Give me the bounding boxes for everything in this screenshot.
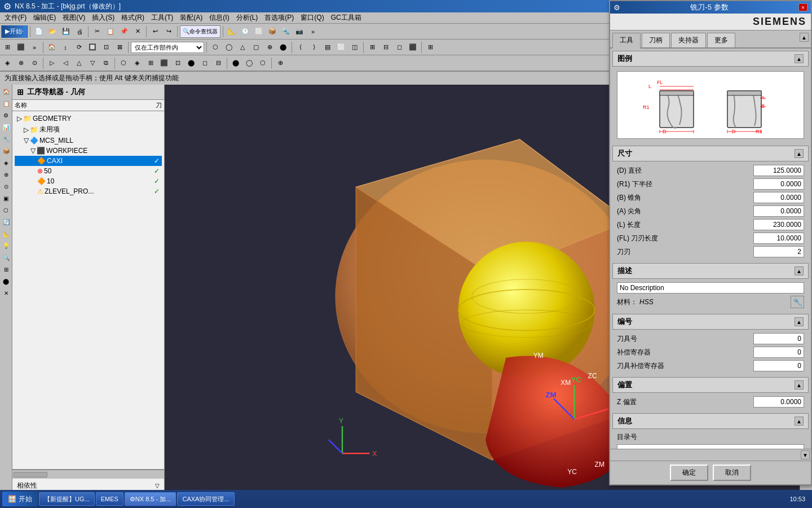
collapse-num-icon[interactable]: ▲ (795, 317, 804, 326)
collapse-desc-icon[interactable]: ▲ (795, 266, 804, 275)
dim-input-l[interactable] (753, 219, 804, 230)
collapse-diagram-icon[interactable]: ▲ (795, 54, 804, 63)
tb-open[interactable]: 📂 (46, 25, 59, 38)
tb2-6[interactable]: ⟳ (73, 41, 85, 54)
tb3-12[interactable]: ⬛ (158, 57, 170, 69)
tb3-2[interactable]: ⊗ (15, 57, 27, 69)
menu-info[interactable]: 信息(I) (207, 12, 231, 23)
tb2-17[interactable]: ⟩ (308, 41, 320, 54)
section-description-header[interactable]: 描述 ▲ (612, 263, 809, 279)
sidebar-icon-2[interactable]: 📋 (1, 98, 12, 109)
tb2-12[interactable]: △ (236, 41, 249, 54)
tb3-13[interactable]: ⊡ (171, 57, 184, 69)
scroll-thumb[interactable] (14, 472, 47, 478)
tb-save[interactable]: 💾 (60, 25, 72, 38)
tb2-4[interactable]: 🏠 (46, 41, 58, 54)
section-dimensions-header[interactable]: 尺寸 ▲ (612, 146, 809, 161)
tree-item-10[interactable]: 🔶 10 ✓ (15, 176, 162, 186)
tb3-16[interactable]: ⊟ (212, 57, 224, 69)
filter-dropdown[interactable]: 仅在工作部件内 (131, 42, 204, 53)
collapse-dims-icon[interactable]: ▲ (795, 149, 804, 158)
taskbar-item-1[interactable]: EMES (96, 492, 123, 506)
start-taskbar-button[interactable]: 🪟 开始 (2, 492, 38, 506)
taskbar-item-3[interactable]: CAXA协同管理... (177, 492, 234, 506)
collapse-offset-icon[interactable]: ▲ (795, 380, 804, 389)
menu-tools[interactable]: 工具(T) (149, 12, 175, 23)
tb2-5[interactable]: ↕ (59, 41, 72, 54)
menu-edit[interactable]: 编辑(E) (31, 12, 58, 23)
catalog-input[interactable] (617, 444, 804, 449)
taskbar-item-2[interactable]: ⚙ NX 8.5 - 加... (125, 492, 176, 506)
tb-history[interactable]: 🕐 (239, 25, 251, 38)
tb2-15[interactable]: ⬤ (277, 41, 289, 54)
tree-scrollbar[interactable] (12, 470, 164, 479)
section-offset-header[interactable]: 偏置 ▲ (612, 377, 809, 393)
sidebar-icon-3[interactable]: ⚙ (1, 110, 12, 121)
scroll-up-arrow[interactable]: ▲ (800, 33, 809, 42)
dim-input-d[interactable] (753, 165, 804, 176)
tb2-20[interactable]: ◫ (348, 41, 361, 54)
material-button[interactable]: 🔧 (791, 296, 804, 308)
menu-gc[interactable]: GC工具箱 (329, 12, 364, 23)
menu-file[interactable]: 文件(F) (2, 12, 29, 23)
tb3-18[interactable]: ◯ (243, 57, 255, 69)
section-number-header[interactable]: 编号 ▲ (612, 314, 809, 330)
tb3-9[interactable]: ⬡ (117, 57, 130, 69)
cancel-button[interactable]: 取消 (713, 465, 751, 481)
menu-assembly[interactable]: 装配(A) (178, 12, 205, 23)
tb3-11[interactable]: ⊞ (144, 57, 157, 69)
tb-copy[interactable]: 📋 (104, 25, 117, 38)
description-input[interactable] (617, 282, 804, 294)
sidebar-icon-18[interactable]: ✕ (1, 287, 12, 299)
menu-analysis[interactable]: 分析(L) (234, 12, 261, 23)
tree-item-zlevel[interactable]: ⚠ ZLEVEL_PRO... ✓ (15, 186, 162, 196)
tb-undo[interactable]: ↩ (149, 25, 161, 38)
collapse-info-icon[interactable]: ▲ (795, 417, 804, 426)
tb3-4[interactable]: ▷ (46, 57, 58, 69)
taskbar-item-0[interactable]: 【新提醒】UG... (39, 492, 95, 506)
num-input-tool[interactable] (753, 333, 804, 344)
tb3-20[interactable]: ⊕ (274, 57, 286, 69)
section-diagram-header[interactable]: 图例 ▲ (612, 51, 809, 67)
tb-new[interactable]: 📄 (33, 25, 45, 38)
tree-item-caxi[interactable]: 🔶 CAXI ✓ (15, 156, 162, 166)
menu-window[interactable]: 窗口(Q) (298, 12, 326, 23)
dialog-close-button[interactable]: × (798, 3, 807, 11)
tree-item-unused[interactable]: ▷ 📁 未用项 (15, 124, 162, 135)
tb2-2[interactable]: ⬛ (15, 41, 27, 54)
menu-insert[interactable]: 插入(S) (90, 12, 117, 23)
tb3-1[interactable]: ◈ (1, 57, 14, 69)
sidebar-icon-9[interactable]: ⊙ (1, 181, 12, 192)
tb2-3[interactable]: » (28, 41, 41, 54)
sidebar-icon-11[interactable]: ⬡ (1, 204, 12, 216)
tb-more1[interactable]: ⬜ (253, 25, 265, 38)
sidebar-icon-17[interactable]: ⬤ (1, 275, 12, 287)
sidebar-icon-7[interactable]: ◈ (1, 157, 12, 168)
dim-input-flutes[interactable] (753, 246, 804, 257)
sidebar-icon-15[interactable]: 🔍 (1, 252, 12, 263)
tb3-6[interactable]: △ (73, 57, 85, 69)
sidebar-icon-14[interactable]: 💡 (1, 240, 12, 251)
tab-tool[interactable]: 工具 (612, 33, 641, 49)
tb-snap[interactable]: 📐 (226, 25, 238, 38)
dim-input-fl[interactable] (753, 233, 804, 244)
tb3-5[interactable]: ◁ (59, 57, 72, 69)
dim-input-r1[interactable] (753, 178, 804, 190)
tb3-14[interactable]: ⬤ (185, 57, 197, 69)
num-input-toolcomp[interactable] (753, 360, 804, 371)
sidebar-icon-10[interactable]: ▣ (1, 192, 12, 204)
tree-item-50[interactable]: ⊗ 50 ✓ (15, 166, 162, 176)
tb2-24[interactable]: ⬛ (407, 41, 419, 54)
tb-cmd-finder[interactable]: 🔍 命令查找器 (180, 25, 220, 38)
dim-input-b[interactable] (753, 192, 804, 203)
tb2-23[interactable]: ◻ (393, 41, 405, 54)
tb3-7[interactable]: ▽ (86, 57, 99, 69)
tb3-19[interactable]: ⬡ (257, 57, 269, 69)
tb2-16[interactable]: ⟨ (294, 41, 307, 54)
num-input-comp[interactable] (753, 347, 804, 358)
tb3-8[interactable]: ⧉ (100, 57, 112, 69)
tb2-7[interactable]: 🔲 (86, 41, 99, 54)
tab-chuck[interactable]: 夹持器 (671, 33, 706, 47)
tab-holder[interactable]: 刀柄 (642, 33, 670, 47)
sidebar-icon-12[interactable]: 🔄 (1, 216, 12, 227)
